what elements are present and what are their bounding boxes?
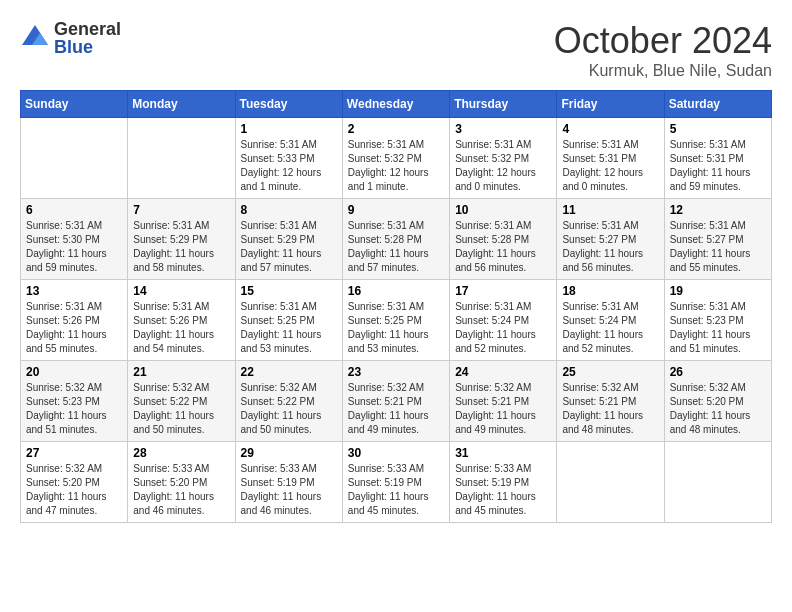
day-number: 17 bbox=[455, 284, 551, 298]
day-info: Sunrise: 5:31 AMSunset: 5:26 PMDaylight:… bbox=[133, 300, 229, 356]
day-info: Sunrise: 5:31 AMSunset: 5:31 PMDaylight:… bbox=[562, 138, 658, 194]
calendar-cell bbox=[128, 118, 235, 199]
week-row-4: 20Sunrise: 5:32 AMSunset: 5:23 PMDayligh… bbox=[21, 361, 772, 442]
calendar-cell: 20Sunrise: 5:32 AMSunset: 5:23 PMDayligh… bbox=[21, 361, 128, 442]
day-info: Sunrise: 5:31 AMSunset: 5:24 PMDaylight:… bbox=[562, 300, 658, 356]
day-info: Sunrise: 5:31 AMSunset: 5:31 PMDaylight:… bbox=[670, 138, 766, 194]
day-info: Sunrise: 5:32 AMSunset: 5:20 PMDaylight:… bbox=[670, 381, 766, 437]
day-number: 28 bbox=[133, 446, 229, 460]
calendar-cell: 6Sunrise: 5:31 AMSunset: 5:30 PMDaylight… bbox=[21, 199, 128, 280]
week-row-2: 6Sunrise: 5:31 AMSunset: 5:30 PMDaylight… bbox=[21, 199, 772, 280]
calendar-cell: 7Sunrise: 5:31 AMSunset: 5:29 PMDaylight… bbox=[128, 199, 235, 280]
day-number: 22 bbox=[241, 365, 337, 379]
day-number: 26 bbox=[670, 365, 766, 379]
day-number: 7 bbox=[133, 203, 229, 217]
day-info: Sunrise: 5:33 AMSunset: 5:19 PMDaylight:… bbox=[241, 462, 337, 518]
day-info: Sunrise: 5:33 AMSunset: 5:19 PMDaylight:… bbox=[348, 462, 444, 518]
day-info: Sunrise: 5:32 AMSunset: 5:21 PMDaylight:… bbox=[348, 381, 444, 437]
logo-text: General Blue bbox=[54, 20, 121, 56]
month-title: October 2024 bbox=[554, 20, 772, 62]
day-number: 10 bbox=[455, 203, 551, 217]
calendar-cell: 22Sunrise: 5:32 AMSunset: 5:22 PMDayligh… bbox=[235, 361, 342, 442]
weekday-header-friday: Friday bbox=[557, 91, 664, 118]
day-info: Sunrise: 5:31 AMSunset: 5:27 PMDaylight:… bbox=[562, 219, 658, 275]
calendar-cell: 28Sunrise: 5:33 AMSunset: 5:20 PMDayligh… bbox=[128, 442, 235, 523]
day-number: 19 bbox=[670, 284, 766, 298]
calendar-cell bbox=[557, 442, 664, 523]
calendar-cell bbox=[664, 442, 771, 523]
calendar-cell: 25Sunrise: 5:32 AMSunset: 5:21 PMDayligh… bbox=[557, 361, 664, 442]
day-info: Sunrise: 5:32 AMSunset: 5:21 PMDaylight:… bbox=[455, 381, 551, 437]
weekday-header-sunday: Sunday bbox=[21, 91, 128, 118]
day-info: Sunrise: 5:32 AMSunset: 5:22 PMDaylight:… bbox=[133, 381, 229, 437]
calendar-cell: 15Sunrise: 5:31 AMSunset: 5:25 PMDayligh… bbox=[235, 280, 342, 361]
day-info: Sunrise: 5:31 AMSunset: 5:32 PMDaylight:… bbox=[455, 138, 551, 194]
weekday-header-wednesday: Wednesday bbox=[342, 91, 449, 118]
calendar-cell: 12Sunrise: 5:31 AMSunset: 5:27 PMDayligh… bbox=[664, 199, 771, 280]
calendar-cell: 21Sunrise: 5:32 AMSunset: 5:22 PMDayligh… bbox=[128, 361, 235, 442]
day-number: 15 bbox=[241, 284, 337, 298]
logo-icon bbox=[20, 23, 50, 53]
day-info: Sunrise: 5:31 AMSunset: 5:24 PMDaylight:… bbox=[455, 300, 551, 356]
calendar-cell: 27Sunrise: 5:32 AMSunset: 5:20 PMDayligh… bbox=[21, 442, 128, 523]
week-row-3: 13Sunrise: 5:31 AMSunset: 5:26 PMDayligh… bbox=[21, 280, 772, 361]
calendar-cell: 1Sunrise: 5:31 AMSunset: 5:33 PMDaylight… bbox=[235, 118, 342, 199]
day-info: Sunrise: 5:33 AMSunset: 5:20 PMDaylight:… bbox=[133, 462, 229, 518]
calendar-cell: 14Sunrise: 5:31 AMSunset: 5:26 PMDayligh… bbox=[128, 280, 235, 361]
logo-blue: Blue bbox=[54, 38, 121, 56]
day-number: 3 bbox=[455, 122, 551, 136]
day-number: 6 bbox=[26, 203, 122, 217]
day-number: 9 bbox=[348, 203, 444, 217]
day-number: 2 bbox=[348, 122, 444, 136]
day-info: Sunrise: 5:31 AMSunset: 5:30 PMDaylight:… bbox=[26, 219, 122, 275]
calendar-cell: 13Sunrise: 5:31 AMSunset: 5:26 PMDayligh… bbox=[21, 280, 128, 361]
week-row-5: 27Sunrise: 5:32 AMSunset: 5:20 PMDayligh… bbox=[21, 442, 772, 523]
calendar-cell: 3Sunrise: 5:31 AMSunset: 5:32 PMDaylight… bbox=[450, 118, 557, 199]
weekday-header-monday: Monday bbox=[128, 91, 235, 118]
calendar-cell: 11Sunrise: 5:31 AMSunset: 5:27 PMDayligh… bbox=[557, 199, 664, 280]
day-number: 14 bbox=[133, 284, 229, 298]
day-number: 25 bbox=[562, 365, 658, 379]
calendar-cell bbox=[21, 118, 128, 199]
calendar-cell: 23Sunrise: 5:32 AMSunset: 5:21 PMDayligh… bbox=[342, 361, 449, 442]
day-info: Sunrise: 5:31 AMSunset: 5:28 PMDaylight:… bbox=[348, 219, 444, 275]
calendar-cell: 31Sunrise: 5:33 AMSunset: 5:19 PMDayligh… bbox=[450, 442, 557, 523]
day-number: 29 bbox=[241, 446, 337, 460]
week-row-1: 1Sunrise: 5:31 AMSunset: 5:33 PMDaylight… bbox=[21, 118, 772, 199]
day-info: Sunrise: 5:31 AMSunset: 5:32 PMDaylight:… bbox=[348, 138, 444, 194]
calendar-table: SundayMondayTuesdayWednesdayThursdayFrid… bbox=[20, 90, 772, 523]
calendar-cell: 26Sunrise: 5:32 AMSunset: 5:20 PMDayligh… bbox=[664, 361, 771, 442]
day-number: 4 bbox=[562, 122, 658, 136]
day-number: 30 bbox=[348, 446, 444, 460]
day-number: 11 bbox=[562, 203, 658, 217]
location-title: Kurmuk, Blue Nile, Sudan bbox=[554, 62, 772, 80]
day-number: 8 bbox=[241, 203, 337, 217]
calendar-cell: 4Sunrise: 5:31 AMSunset: 5:31 PMDaylight… bbox=[557, 118, 664, 199]
day-info: Sunrise: 5:32 AMSunset: 5:22 PMDaylight:… bbox=[241, 381, 337, 437]
day-info: Sunrise: 5:32 AMSunset: 5:23 PMDaylight:… bbox=[26, 381, 122, 437]
day-info: Sunrise: 5:31 AMSunset: 5:29 PMDaylight:… bbox=[241, 219, 337, 275]
weekday-header-saturday: Saturday bbox=[664, 91, 771, 118]
calendar-cell: 2Sunrise: 5:31 AMSunset: 5:32 PMDaylight… bbox=[342, 118, 449, 199]
day-info: Sunrise: 5:32 AMSunset: 5:21 PMDaylight:… bbox=[562, 381, 658, 437]
calendar-cell: 9Sunrise: 5:31 AMSunset: 5:28 PMDaylight… bbox=[342, 199, 449, 280]
day-info: Sunrise: 5:31 AMSunset: 5:25 PMDaylight:… bbox=[348, 300, 444, 356]
day-number: 23 bbox=[348, 365, 444, 379]
calendar-cell: 5Sunrise: 5:31 AMSunset: 5:31 PMDaylight… bbox=[664, 118, 771, 199]
day-info: Sunrise: 5:31 AMSunset: 5:33 PMDaylight:… bbox=[241, 138, 337, 194]
page-header: General Blue October 2024 Kurmuk, Blue N… bbox=[20, 20, 772, 80]
day-number: 20 bbox=[26, 365, 122, 379]
weekday-header-row: SundayMondayTuesdayWednesdayThursdayFrid… bbox=[21, 91, 772, 118]
calendar-cell: 8Sunrise: 5:31 AMSunset: 5:29 PMDaylight… bbox=[235, 199, 342, 280]
calendar-cell: 24Sunrise: 5:32 AMSunset: 5:21 PMDayligh… bbox=[450, 361, 557, 442]
calendar-cell: 17Sunrise: 5:31 AMSunset: 5:24 PMDayligh… bbox=[450, 280, 557, 361]
logo-general: General bbox=[54, 20, 121, 38]
day-number: 18 bbox=[562, 284, 658, 298]
day-number: 13 bbox=[26, 284, 122, 298]
day-number: 21 bbox=[133, 365, 229, 379]
day-info: Sunrise: 5:31 AMSunset: 5:28 PMDaylight:… bbox=[455, 219, 551, 275]
day-info: Sunrise: 5:32 AMSunset: 5:20 PMDaylight:… bbox=[26, 462, 122, 518]
day-info: Sunrise: 5:31 AMSunset: 5:26 PMDaylight:… bbox=[26, 300, 122, 356]
calendar-cell: 10Sunrise: 5:31 AMSunset: 5:28 PMDayligh… bbox=[450, 199, 557, 280]
day-info: Sunrise: 5:31 AMSunset: 5:27 PMDaylight:… bbox=[670, 219, 766, 275]
